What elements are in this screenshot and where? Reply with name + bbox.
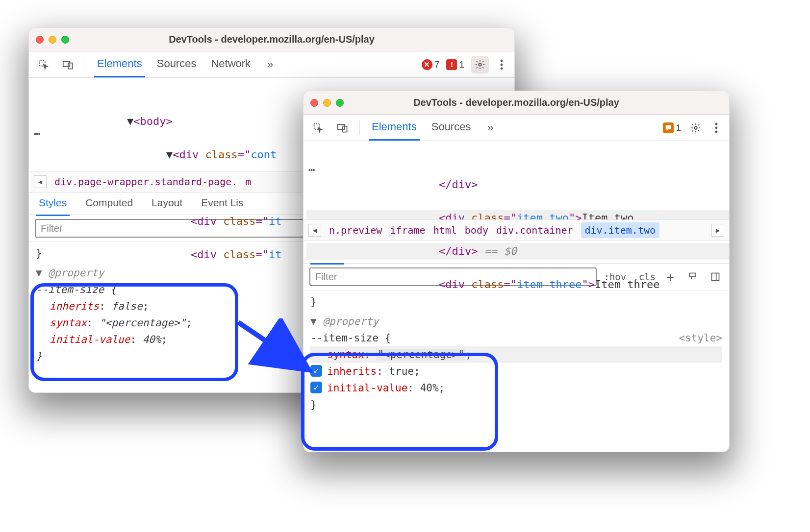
settings-button[interactable] bbox=[471, 56, 489, 73]
titlebar: DevTools - developer.mozilla.org/en-US/p… bbox=[29, 28, 514, 51]
zoom-icon[interactable] bbox=[61, 36, 69, 44]
device-toggle-icon[interactable] bbox=[60, 57, 76, 73]
tab-sources[interactable]: Sources bbox=[429, 115, 474, 141]
devtools-window-b: DevTools - developer.mozilla.org/en-US/p… bbox=[303, 91, 730, 452]
crumb-item[interactable]: iframe bbox=[390, 224, 425, 236]
crumb-item[interactable]: html bbox=[433, 224, 457, 236]
titlebar: DevTools - developer.mozilla.org/en-US/p… bbox=[304, 91, 729, 115]
crumb-right-icon[interactable]: ▶ bbox=[711, 224, 724, 237]
window-title: DevTools - developer.mozilla.org/en-US/p… bbox=[29, 34, 514, 45]
window-traffic-lights bbox=[36, 36, 69, 44]
warning-icon bbox=[663, 122, 674, 133]
minimize-icon[interactable] bbox=[323, 99, 331, 107]
zoom-icon[interactable] bbox=[336, 99, 344, 107]
gutter-dots-icon: ⋯ bbox=[34, 126, 41, 143]
dom-line[interactable]: </div> == $0 bbox=[306, 243, 729, 260]
svg-rect-8 bbox=[338, 124, 345, 129]
more-tabs-icon[interactable]: » bbox=[482, 120, 498, 136]
breadcrumb[interactable]: ◀ n.preview iframe html body div.contain… bbox=[304, 219, 729, 241]
dom-tree[interactable]: ⋯ </div> <div class="item two">Item two … bbox=[304, 141, 729, 219]
crumb-left-icon[interactable]: ◀ bbox=[308, 224, 321, 237]
tab-elements[interactable]: Elements bbox=[94, 51, 145, 77]
tab-sources[interactable]: Sources bbox=[154, 51, 200, 77]
settings-button[interactable] bbox=[688, 120, 704, 136]
dom-line[interactable]: <div class="item three">Item three bbox=[306, 276, 729, 293]
window-traffic-lights bbox=[310, 99, 344, 107]
svg-point-11 bbox=[715, 122, 718, 125]
inspect-icon[interactable] bbox=[36, 57, 51, 73]
gutter-dots-icon: ⋯ bbox=[308, 162, 316, 178]
svg-point-10 bbox=[694, 126, 697, 129]
crumb-item[interactable]: div.container bbox=[496, 224, 573, 236]
svg-rect-1 bbox=[63, 61, 70, 66]
inspect-icon[interactable] bbox=[310, 120, 326, 136]
kebab-menu-icon[interactable] bbox=[710, 120, 722, 136]
device-toggle-icon[interactable] bbox=[335, 120, 351, 136]
dom-line[interactable]: </div> bbox=[306, 176, 729, 193]
svg-point-12 bbox=[715, 126, 718, 129]
devtools-toolbar: Elements Sources Network » ✕ 7 ! 1 bbox=[29, 51, 514, 78]
error-badge[interactable]: ✕ 7 bbox=[422, 59, 440, 70]
close-icon[interactable] bbox=[310, 99, 318, 107]
svg-point-6 bbox=[501, 67, 503, 70]
crumb-item[interactable]: div.page-wrapper.standard-page. bbox=[54, 176, 237, 188]
crumb-left-icon[interactable]: ◀ bbox=[34, 175, 47, 188]
tab-network[interactable]: Network bbox=[208, 51, 253, 77]
property-enable-checkbox[interactable]: ✓ bbox=[310, 382, 322, 393]
crumb-item[interactable]: body bbox=[465, 224, 488, 236]
warning-icon: ! bbox=[446, 59, 457, 70]
property-enable-checkbox[interactable]: ✓ bbox=[310, 365, 322, 377]
more-tabs-icon[interactable]: » bbox=[262, 57, 278, 73]
tab-elements[interactable]: Elements bbox=[369, 115, 420, 141]
stylesheet-source[interactable]: <style> bbox=[679, 330, 722, 346]
warning-badge[interactable]: ! 1 bbox=[446, 59, 464, 70]
crumb-item[interactable]: n.preview bbox=[329, 224, 382, 236]
error-icon: ✕ bbox=[422, 59, 432, 70]
crumb-item-selected[interactable]: div.item.two bbox=[581, 222, 660, 238]
minimize-icon[interactable] bbox=[49, 36, 56, 44]
devtools-toolbar: Elements Sources » 1 bbox=[304, 115, 729, 141]
close-icon[interactable] bbox=[36, 36, 44, 44]
kebab-menu-icon[interactable] bbox=[496, 57, 507, 73]
window-title: DevTools - developer.mozilla.org/en-US/p… bbox=[304, 97, 729, 108]
svg-point-5 bbox=[501, 63, 503, 66]
svg-point-3 bbox=[479, 63, 481, 66]
svg-point-13 bbox=[715, 130, 718, 133]
warning-badge[interactable]: 1 bbox=[663, 122, 681, 133]
crumb-item[interactable]: m bbox=[245, 176, 251, 188]
svg-point-4 bbox=[501, 59, 503, 62]
